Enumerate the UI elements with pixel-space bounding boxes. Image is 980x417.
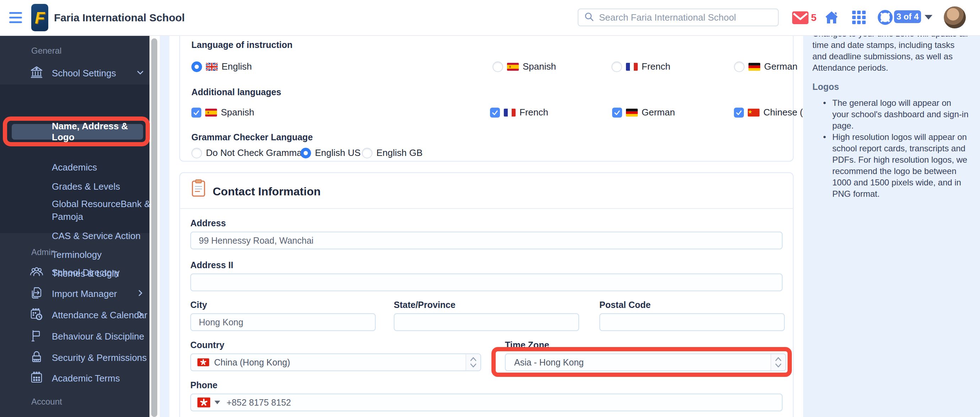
city-label: City bbox=[190, 300, 207, 310]
school-settings-submenu: Name, Address & Logo Academics Grades & … bbox=[0, 84, 150, 233]
flag-hk-icon bbox=[197, 398, 210, 407]
sidebar-item-academic-terms[interactable]: Academic Terms bbox=[52, 373, 120, 384]
sidebar-item-cas-service-action[interactable]: CAS & Service Action bbox=[52, 231, 141, 242]
sidebar-item-name-address-logo[interactable]: Name, Address & Logo bbox=[12, 124, 143, 140]
flag-hk-icon bbox=[197, 358, 209, 366]
checkbox-german[interactable]: German bbox=[612, 107, 675, 118]
radio-do-not-check-grammar[interactable]: Do Not Check Grammar bbox=[191, 147, 305, 158]
country-label: Country bbox=[190, 340, 224, 350]
radio-selected-icon bbox=[301, 148, 311, 158]
apps-grid-icon[interactable] bbox=[852, 11, 866, 26]
help-bullet: High resolution logos will appear on sch… bbox=[823, 131, 969, 200]
global-search[interactable] bbox=[578, 8, 779, 26]
sidebar-nav: General School Settings Name, Address & … bbox=[0, 35, 150, 417]
checkbox-french[interactable]: French bbox=[490, 107, 548, 118]
sidebar-scrollbar-thumb[interactable] bbox=[151, 38, 157, 417]
help-heading-logos: Logos bbox=[812, 81, 969, 92]
state-input[interactable] bbox=[394, 313, 579, 331]
phone-value: +852 8175 8152 bbox=[226, 398, 291, 408]
radio-english-us[interactable]: English US bbox=[301, 147, 361, 158]
radio-english[interactable]: English bbox=[191, 61, 252, 72]
school-directory-icon bbox=[30, 265, 43, 279]
country-select[interactable]: China (Hong Kong) bbox=[190, 353, 481, 371]
behaviour-flag-icon bbox=[30, 329, 43, 342]
radio-english-gb[interactable]: English GB bbox=[362, 147, 423, 158]
help-bullet: The general logo will appear on your sch… bbox=[823, 97, 969, 131]
school-settings-icon bbox=[30, 65, 43, 79]
sidebar-item-import-manager[interactable]: Import Manager bbox=[52, 288, 117, 299]
help-panel: Changes to your time zone will update al… bbox=[803, 35, 980, 417]
import-manager-icon bbox=[30, 286, 43, 300]
flag-es-icon bbox=[507, 63, 519, 71]
pager-caret-icon[interactable] bbox=[924, 15, 932, 19]
flag-cn-icon bbox=[748, 109, 759, 116]
address2-label: Address II bbox=[190, 260, 233, 270]
sidebar-item-behaviour-discipline[interactable]: Behaviour & Discipline bbox=[52, 331, 144, 342]
messages-count-badge: 5 bbox=[811, 12, 817, 24]
phone-country-caret-icon[interactable] bbox=[215, 401, 220, 404]
sidebar-section-admin: Admin bbox=[31, 247, 56, 257]
sidebar-item-global-resourcebank[interactable]: Global ResourceBank & bbox=[52, 199, 150, 210]
phone-label: Phone bbox=[190, 380, 217, 390]
sidebar-section-general: General bbox=[31, 46, 61, 56]
contact-information-card: Contact Information Address Address II C… bbox=[179, 172, 794, 417]
help-paragraph: time and date stamps, including tasks an… bbox=[812, 40, 969, 73]
flag-de-icon bbox=[748, 63, 760, 71]
city-input[interactable] bbox=[190, 313, 375, 331]
radio-icon bbox=[493, 62, 503, 72]
checkbox-spanish[interactable]: Spanish bbox=[191, 107, 254, 118]
sidebar-item-academics[interactable]: Academics bbox=[52, 162, 97, 173]
chevron-right-icon bbox=[136, 289, 144, 297]
flag-fr-icon bbox=[626, 63, 638, 71]
checkbox-checked-icon bbox=[612, 108, 622, 118]
chevron-down-icon[interactable] bbox=[136, 68, 144, 76]
contact-information-title: Contact Information bbox=[213, 185, 321, 198]
radio-german[interactable]: German bbox=[734, 61, 797, 72]
sidebar-item-terminology[interactable]: Terminology bbox=[52, 249, 102, 260]
support-lifering-icon[interactable] bbox=[878, 10, 892, 26]
radio-icon bbox=[362, 148, 372, 158]
security-lock-icon bbox=[30, 350, 43, 364]
address-input[interactable] bbox=[190, 232, 783, 249]
clipboard-icon bbox=[191, 179, 205, 199]
postal-code-input[interactable] bbox=[599, 313, 785, 331]
radio-selected-icon bbox=[191, 62, 202, 72]
home-icon[interactable] bbox=[824, 10, 839, 26]
country-value: China (Hong Kong) bbox=[214, 357, 290, 368]
country-spinner[interactable] bbox=[466, 354, 480, 371]
school-name-title: Faria International School bbox=[54, 12, 185, 24]
phone-input[interactable]: +852 8175 8152 bbox=[190, 393, 783, 411]
checkbox-checked-icon bbox=[734, 108, 744, 118]
sidebar-item-pamoja[interactable]: Pamoja bbox=[52, 211, 83, 222]
school-logo[interactable]: F bbox=[31, 4, 48, 31]
messages-icon[interactable] bbox=[792, 11, 808, 25]
radio-spanish[interactable]: Spanish bbox=[493, 61, 556, 72]
address-label: Address bbox=[190, 218, 226, 228]
avatar[interactable] bbox=[944, 6, 966, 29]
radio-icon bbox=[191, 148, 202, 158]
state-label: State/Province bbox=[394, 300, 455, 310]
academic-terms-icon bbox=[30, 371, 43, 384]
section-divider bbox=[180, 208, 793, 209]
sidebar-item-grades-levels[interactable]: Grades & Levels bbox=[52, 181, 120, 192]
sidebar-item-school-directory[interactable]: School Directory bbox=[52, 267, 120, 278]
timezone-spinner[interactable] bbox=[770, 354, 786, 371]
additional-languages-label: Additional languages bbox=[191, 87, 281, 97]
flag-fr-icon bbox=[504, 109, 515, 116]
address2-input[interactable] bbox=[190, 274, 783, 291]
grammar-checker-label: Grammar Checker Language bbox=[191, 132, 313, 142]
timezone-value: Asia - Hong Kong bbox=[514, 357, 584, 368]
search-input[interactable] bbox=[598, 12, 770, 24]
timezone-select[interactable]: Asia - Hong Kong bbox=[505, 353, 786, 371]
search-icon bbox=[584, 12, 594, 23]
sidebar-item-security-permissions[interactable]: Security & Permissions bbox=[52, 352, 146, 363]
checkbox-checked-icon bbox=[490, 108, 500, 118]
radio-french[interactable]: French bbox=[611, 61, 670, 72]
sidebar-item-school-settings[interactable]: School Settings bbox=[52, 68, 116, 79]
radio-icon bbox=[734, 62, 745, 72]
sidebar-item-attendance-calendar[interactable]: Attendance & Calendar bbox=[52, 310, 147, 321]
chevron-right-icon bbox=[136, 310, 144, 318]
pager-pill[interactable]: 3 of 4 bbox=[894, 10, 921, 23]
timezone-label: Time Zone bbox=[505, 340, 549, 350]
language-of-instruction-label: Language of instruction bbox=[191, 40, 293, 50]
